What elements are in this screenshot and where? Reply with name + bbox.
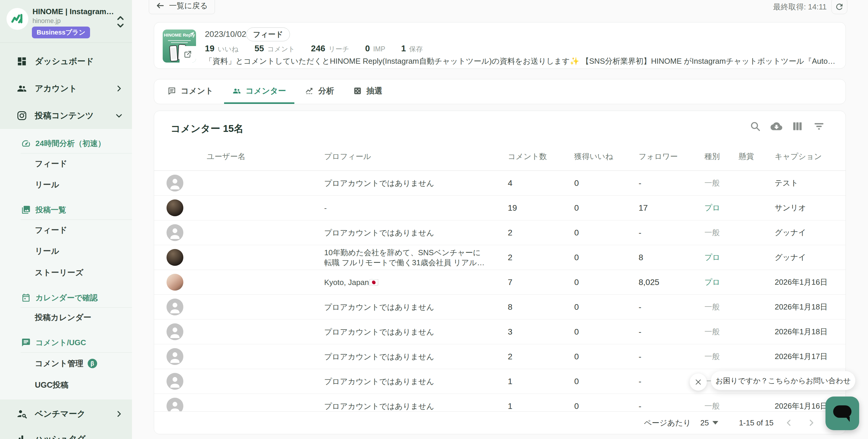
search-button[interactable]	[749, 120, 762, 133]
tab-commenters[interactable]: コメンター	[224, 79, 294, 104]
submenu-divider	[21, 352, 132, 352]
chevron-left-icon	[784, 418, 793, 427]
chat-widget-button[interactable]	[826, 397, 859, 430]
unfold-icon[interactable]	[116, 14, 125, 30]
next-page-button[interactable]	[804, 416, 818, 430]
cell-type: 一般	[705, 351, 739, 362]
cell-comments: 1	[508, 402, 574, 411]
sidebar-item-dashboard[interactable]: ダッシュボード	[0, 54, 132, 68]
table-row[interactable]: プロアカウントではありません 2 0 - 一般 グッナイ	[154, 221, 845, 245]
cell-likes: 0	[574, 228, 639, 237]
refresh-icon	[835, 2, 844, 11]
column-header-comments[interactable]: コメント数	[508, 151, 574, 162]
cell-likes: 0	[574, 352, 639, 362]
cell-comments: 3	[508, 327, 574, 337]
close-icon	[694, 378, 702, 386]
cell-profile: プロアカウントではありません	[324, 228, 508, 238]
sidebar-item-accounts[interactable]: アカウント	[0, 81, 132, 96]
cell-followers: -	[639, 228, 705, 237]
submenu-section-comment-ugc[interactable]: コメント/UGC	[0, 335, 132, 349]
chat-bubble-icon	[833, 405, 851, 418]
column-header-likes[interactable]: 獲得いいね	[574, 151, 639, 162]
table-row[interactable]: プロアカウントではありません 2 0 - 一般 2026年1月17日	[154, 344, 845, 369]
refresh-button[interactable]	[831, 0, 847, 14]
column-header-caption[interactable]: キャプション	[775, 151, 845, 162]
cell-caption: グッナイ	[775, 228, 845, 238]
person-placeholder-icon	[166, 398, 183, 412]
cell-type: 一般	[705, 178, 739, 188]
tabs-bar: コメント コメンター 分析 抽選	[154, 79, 846, 104]
submenu-section-24h[interactable]: 24時間分析（初速）	[0, 136, 132, 150]
tab-label: コメンター	[246, 86, 286, 96]
table-row[interactable]: プロアカウントではありません 4 0 - 一般 テスト	[154, 171, 845, 196]
speed-icon	[21, 139, 31, 148]
cell-comments: 2	[508, 352, 574, 362]
table-row[interactable]: Kyoto, Japan🇯🇵 7 0 8,025 プロ 2026年1月16日	[154, 270, 845, 295]
chevron-right-icon	[115, 85, 123, 93]
tab-analysis[interactable]: 分析	[297, 79, 342, 104]
hinome-logo-icon	[11, 12, 24, 26]
workspace-switcher[interactable]: HINOME | Instagram分析… hinome.jp Business…	[0, 0, 132, 42]
table-row[interactable]: 10年勤めた会社を辞めて、SNSベンチャーに 転職 フルリモートで働く31歳会社…	[154, 245, 845, 270]
line-chart-icon	[305, 87, 314, 95]
comment-icon	[167, 87, 176, 95]
instagram-icon	[17, 110, 27, 121]
rows-per-page-select[interactable]: 25	[700, 418, 718, 428]
submenu-section-post-list[interactable]: 投稿一覧	[0, 203, 132, 217]
person-search-icon	[17, 409, 27, 419]
column-header-username[interactable]: ユーザー名	[207, 151, 324, 162]
thumb-decor-line	[168, 40, 191, 41]
submenu-item-stories[interactable]: ストーリーズ	[0, 266, 132, 280]
table-row[interactable]: プロアカウントではありません 8 0 - 一般 2026年1月18日	[154, 295, 845, 319]
cell-followers: 17	[639, 203, 705, 213]
columns-button[interactable]	[791, 120, 804, 133]
person-placeholder-icon	[166, 373, 183, 390]
rows-per-page-label: ページあたり	[644, 418, 691, 428]
table-row[interactable]: プロアカウントではありません 1 0 - 一般 2026年1月16日	[154, 394, 845, 412]
sidebar-item-hashtag-clipped[interactable]: ハッシュタグ	[0, 432, 132, 439]
cell-comments: 7	[508, 278, 574, 287]
column-header-profile[interactable]: プロフィール	[324, 151, 508, 162]
cell-comments: 2	[508, 253, 574, 262]
filter-icon	[813, 121, 825, 132]
sidebar-item-post-content[interactable]: 投稿コンテンツ	[0, 108, 132, 123]
submenu-item-feed-24h[interactable]: フィード	[0, 157, 132, 171]
tab-label: 抽選	[366, 86, 382, 96]
avatar	[166, 348, 183, 365]
bar-chart-icon	[17, 434, 27, 439]
export-button[interactable]	[770, 120, 783, 133]
chat-tooltip-close-button[interactable]	[690, 373, 707, 391]
tab-lottery[interactable]: 抽選	[345, 79, 391, 104]
submenu-item-post-calendar[interactable]: 投稿カレンダー	[0, 310, 132, 325]
tab-comments[interactable]: コメント	[159, 79, 222, 104]
submenu-item-reel[interactable]: リール	[0, 244, 132, 258]
post-thumbnail[interactable]: HINOME Reply	[163, 30, 196, 63]
open-external-button[interactable]	[180, 46, 196, 63]
previous-page-button[interactable]	[782, 416, 796, 430]
dashboard-icon	[17, 56, 27, 67]
table-row[interactable]: - 19 0 17 プロ サンリオ	[154, 196, 845, 221]
submenu-item-comment-manage[interactable]: コメント管理 β	[0, 357, 132, 371]
submenu-item-reel-24h[interactable]: リール	[0, 178, 132, 192]
filter-button[interactable]	[812, 120, 826, 133]
cell-comments: 4	[508, 178, 574, 188]
cell-followers: -	[639, 352, 705, 362]
cell-comments: 1	[508, 377, 574, 386]
back-to-list-button[interactable]: 一覧に戻る	[149, 0, 215, 14]
submenu-item-feed[interactable]: フィード	[0, 223, 132, 237]
cell-profile: プロアカウントではありません	[324, 401, 508, 411]
chat-tooltip[interactable]: お困りですか？こちらからお問い合わせ	[711, 371, 855, 390]
sidebar-item-benchmark[interactable]: ベンチマーク	[0, 407, 132, 421]
column-header-followers[interactable]: フォロワー	[639, 151, 705, 162]
table-row[interactable]: プロアカウントではありません 3 0 - 一般 2026年1月18日	[154, 319, 845, 344]
submenu-item-ugc-posts[interactable]: UGC投稿	[0, 378, 132, 392]
cell-caption: グッナイ	[775, 252, 845, 263]
submenu-section-calendar[interactable]: カレンダーで確認	[0, 291, 132, 305]
submenu-divider	[21, 153, 132, 154]
column-header-prize[interactable]: 懸賞	[739, 151, 775, 162]
avatar	[166, 199, 183, 216]
table-footer: ページあたり 25 1-15 of 15	[154, 411, 845, 434]
chevron-right-icon	[807, 418, 816, 427]
cell-profile: Kyoto, Japan🇯🇵	[324, 277, 508, 288]
column-header-type[interactable]: 種別	[705, 151, 739, 162]
